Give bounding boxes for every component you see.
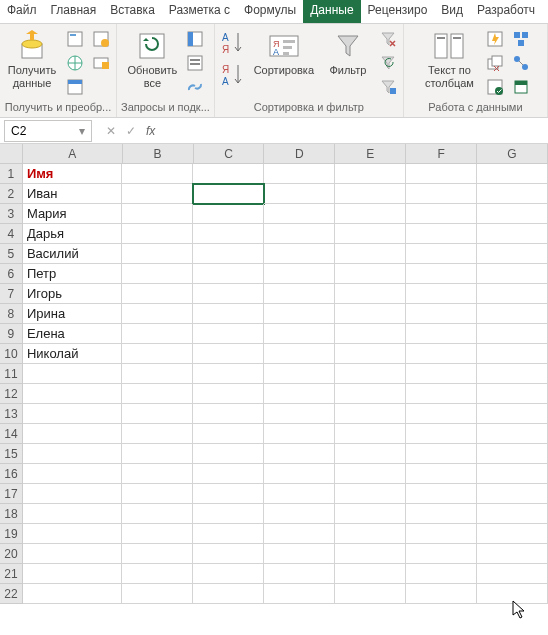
row-header[interactable]: 20 [0, 544, 23, 564]
row-header[interactable]: 4 [0, 224, 23, 244]
sort-asc-button[interactable]: AЯ [219, 28, 245, 58]
cell[interactable] [406, 484, 477, 504]
cell[interactable] [335, 244, 406, 264]
cell[interactable] [406, 224, 477, 244]
cell[interactable]: Василий [23, 244, 123, 264]
col-header-D[interactable]: D [264, 144, 335, 164]
cell[interactable] [335, 284, 406, 304]
filter-button[interactable]: Фильтр [323, 28, 373, 79]
cell[interactable] [122, 584, 193, 604]
row-header[interactable]: 8 [0, 304, 23, 324]
cell[interactable] [122, 284, 193, 304]
cell[interactable] [264, 504, 335, 524]
cell[interactable]: Елена [23, 324, 123, 344]
cell[interactable] [122, 324, 193, 344]
cell[interactable] [264, 424, 335, 444]
from-web-button[interactable] [64, 52, 86, 74]
row-header[interactable]: 10 [0, 344, 23, 364]
cell[interactable] [335, 184, 406, 204]
cell[interactable] [477, 544, 548, 564]
cell[interactable] [193, 224, 264, 244]
cell[interactable] [193, 424, 264, 444]
tab-data[interactable]: Данные [303, 0, 360, 23]
row-header[interactable]: 14 [0, 424, 23, 444]
refresh-all-button[interactable]: Обновить все [124, 28, 180, 91]
consolidate-button[interactable] [510, 28, 532, 50]
cell[interactable] [406, 544, 477, 564]
cell[interactable] [335, 444, 406, 464]
cell[interactable] [406, 324, 477, 344]
cell[interactable] [264, 404, 335, 424]
cell[interactable] [264, 164, 335, 184]
cell[interactable] [264, 524, 335, 544]
cell[interactable] [193, 164, 264, 184]
cell[interactable] [122, 244, 193, 264]
cell[interactable] [406, 184, 477, 204]
row-header[interactable]: 11 [0, 364, 23, 384]
row-header[interactable]: 16 [0, 464, 23, 484]
row-header[interactable]: 17 [0, 484, 23, 504]
cell[interactable]: Мария [23, 204, 123, 224]
cell[interactable] [477, 164, 548, 184]
cell[interactable] [122, 424, 193, 444]
cell[interactable]: Игорь [23, 284, 123, 304]
col-header-F[interactable]: F [406, 144, 477, 164]
tab-home[interactable]: Главная [44, 0, 104, 23]
cell[interactable] [406, 384, 477, 404]
cell[interactable] [477, 224, 548, 244]
cell[interactable] [193, 464, 264, 484]
cell[interactable] [477, 444, 548, 464]
cell[interactable] [335, 544, 406, 564]
cell[interactable] [193, 344, 264, 364]
text-to-columns-button[interactable]: Текст по столбцам [418, 28, 480, 91]
cell[interactable] [477, 284, 548, 304]
row-header[interactable]: 18 [0, 504, 23, 524]
clear-filter-button[interactable] [377, 28, 399, 50]
cell[interactable] [264, 264, 335, 284]
sort-button[interactable]: ЯA Сортировка [249, 28, 319, 79]
cell[interactable] [406, 284, 477, 304]
cell[interactable] [122, 184, 193, 204]
cell[interactable]: Ирина [23, 304, 123, 324]
row-header[interactable]: 1 [0, 164, 23, 184]
cell[interactable] [122, 364, 193, 384]
cell[interactable]: Иван [23, 184, 123, 204]
cell[interactable] [264, 584, 335, 604]
cell[interactable] [477, 424, 548, 444]
from-table-button[interactable] [64, 76, 86, 98]
existing-connections-button[interactable] [90, 52, 112, 74]
cell[interactable] [193, 404, 264, 424]
cell[interactable] [477, 264, 548, 284]
cell[interactable] [406, 364, 477, 384]
cell[interactable] [122, 404, 193, 424]
col-header-G[interactable]: G [477, 144, 548, 164]
cell[interactable] [122, 224, 193, 244]
cell[interactable]: Николай [23, 344, 123, 364]
cell[interactable] [477, 324, 548, 344]
relationships-button[interactable] [510, 52, 532, 74]
cell[interactable] [264, 444, 335, 464]
cell[interactable] [264, 224, 335, 244]
cell[interactable] [23, 564, 123, 584]
cell[interactable] [477, 364, 548, 384]
flash-fill-button[interactable] [484, 28, 506, 50]
row-header[interactable]: 19 [0, 524, 23, 544]
cell[interactable] [406, 424, 477, 444]
tab-review[interactable]: Рецензиро [361, 0, 435, 23]
cell[interactable] [335, 424, 406, 444]
cell[interactable] [335, 384, 406, 404]
cell[interactable] [406, 464, 477, 484]
cell[interactable] [335, 484, 406, 504]
sort-desc-button[interactable]: ЯA [219, 60, 245, 90]
cell[interactable] [122, 264, 193, 284]
cell[interactable] [335, 264, 406, 284]
cell[interactable] [122, 444, 193, 464]
cell[interactable] [193, 324, 264, 344]
cancel-formula-icon[interactable]: ✕ [106, 124, 116, 138]
cell[interactable] [23, 584, 123, 604]
cell[interactable] [23, 484, 123, 504]
col-header-C[interactable]: C [194, 144, 265, 164]
cell[interactable] [335, 364, 406, 384]
cell[interactable] [193, 484, 264, 504]
cell[interactable] [193, 504, 264, 524]
